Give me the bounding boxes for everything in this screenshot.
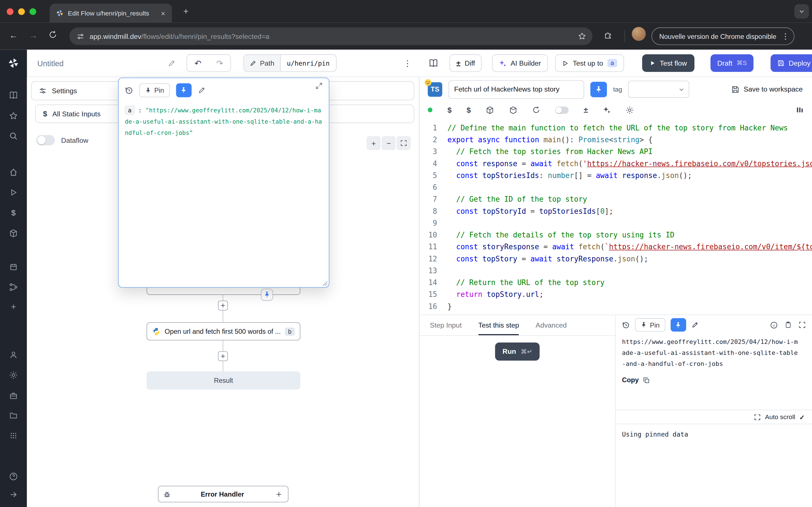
redo-button[interactable]: ↷ (209, 58, 231, 68)
edit-pin-pencil-icon[interactable] (198, 87, 206, 94)
run-button[interactable]: Run ⌘↵ (495, 342, 540, 360)
clipboard-icon[interactable] (784, 321, 792, 329)
test-up-to-button[interactable]: Test up to a (555, 54, 624, 72)
edit-pin-pencil-icon[interactable] (691, 321, 699, 329)
home-icon[interactable] (9, 168, 18, 177)
bookmark-star-icon[interactable] (578, 32, 586, 40)
package-icon[interactable] (486, 106, 494, 114)
close-window-button[interactable] (7, 8, 13, 15)
more-options-kebab[interactable]: ⋮ (402, 54, 413, 72)
ai-sparkles-icon[interactable] (603, 106, 611, 114)
profile-avatar[interactable] (632, 27, 646, 41)
folders-icon[interactable] (9, 411, 17, 419)
add-variable-icon[interactable]: $ (448, 106, 452, 114)
url-bar[interactable]: app.windmill.dev/flows/edit/u/henri/pin_… (69, 27, 592, 45)
code-editor[interactable]: 12345678910111213141516 // Define the ma… (419, 119, 812, 315)
auto-scroll-row[interactable]: Auto scroll ✓ (616, 410, 812, 424)
insert-step-button[interactable] (218, 351, 228, 361)
deploy-button[interactable]: Deploy (770, 54, 812, 72)
pin-button[interactable]: Pin (635, 318, 665, 332)
browser-menu-icon[interactable]: ⋮ (781, 32, 790, 41)
runs-icon[interactable] (9, 188, 17, 196)
flow-node-b[interactable]: Open url and fetch first 500 words of ..… (147, 322, 301, 340)
editor-settings-gear-icon[interactable] (626, 106, 634, 114)
reload-icon[interactable] (532, 106, 540, 114)
windmill-logo[interactable] (8, 57, 19, 69)
tag-select[interactable] (628, 81, 690, 98)
zoom-out-button[interactable]: − (382, 136, 396, 150)
error-handler-node[interactable]: Error Handler (158, 486, 289, 503)
path-button[interactable]: Path (244, 55, 281, 71)
forward-button[interactable]: → (27, 31, 40, 41)
tab-test-this-step[interactable]: Test this step (478, 315, 519, 335)
add-error-handler-button[interactable] (274, 490, 283, 499)
path-value[interactable]: u/henri/pin (281, 55, 336, 71)
step-summary-input[interactable] (449, 80, 584, 99)
result-value[interactable]: https://www.geoffreylitt.com/2025/04/12/… (622, 337, 798, 370)
settings-gear-icon[interactable] (9, 371, 18, 379)
workers-icon[interactable] (9, 392, 17, 400)
node-a-pin-badge[interactable] (261, 289, 273, 300)
insert-step-button[interactable] (218, 300, 228, 311)
draft-button[interactable]: Draft ⌘S (711, 54, 754, 72)
url-path: /flows/edit/u/henri/pin_results?selected… (141, 33, 269, 40)
fullscreen-icon[interactable] (799, 321, 806, 329)
edit-title-pencil-icon[interactable] (168, 54, 175, 72)
zoom-in-button[interactable]: + (366, 136, 380, 150)
expand-popup-icon[interactable] (315, 82, 323, 90)
docs-book-button[interactable] (423, 54, 443, 72)
zoom-window-button[interactable] (30, 8, 36, 15)
browser-tab[interactable]: Edit Flow u/henri/pin_results × (50, 4, 172, 23)
test-flow-button[interactable]: Test flow (642, 54, 695, 72)
flow-title[interactable]: Untitled (37, 50, 63, 77)
site-settings-icon[interactable] (77, 33, 85, 40)
dataflow-toggle[interactable] (36, 135, 55, 145)
new-tab-button[interactable]: + (179, 5, 193, 19)
reload-button[interactable] (47, 31, 59, 39)
help-icon[interactable] (9, 472, 18, 481)
info-icon[interactable] (770, 321, 778, 329)
run-shortcut: ⌘↵ (521, 348, 532, 355)
tab-close-icon[interactable]: × (158, 8, 168, 18)
diff-mode-icon[interactable]: ± (583, 106, 588, 114)
tab-step-input[interactable]: Step Input (430, 315, 462, 335)
fit-view-button[interactable] (397, 136, 411, 150)
ai-builder-label: AI Builder (511, 59, 541, 67)
search-icon[interactable] (9, 131, 18, 140)
pinned-toggle-button[interactable] (176, 83, 192, 98)
resize-grip[interactable] (322, 281, 327, 286)
schedules-icon[interactable] (9, 263, 17, 271)
history-icon[interactable] (125, 86, 133, 94)
minimize-window-button[interactable] (18, 8, 25, 15)
resources-icon[interactable] (9, 229, 18, 238)
dependencies-icon[interactable] (509, 106, 517, 114)
undo-button[interactable]: ↶ (187, 58, 209, 68)
copy-button[interactable]: Copy (622, 376, 806, 384)
extensions-button[interactable] (602, 31, 614, 39)
chrome-update-button[interactable]: Nouvelle version de Chrome disponible ⋮ (652, 27, 795, 45)
user-icon[interactable] (9, 351, 17, 359)
result-header: Pin (616, 315, 812, 335)
ai-builder-button[interactable]: AI Builder (492, 54, 548, 72)
add-resource-icon[interactable]: $ (467, 106, 471, 114)
library-panel-icon[interactable] (796, 106, 804, 114)
expand-sidebar-icon[interactable] (9, 490, 17, 499)
pinned-toggle-button[interactable] (591, 81, 607, 97)
pin-button[interactable]: Pin (139, 83, 170, 98)
flows-icon[interactable] (9, 283, 18, 291)
tab-search-button[interactable] (795, 4, 809, 18)
pinned-toggle-button[interactable] (670, 318, 686, 332)
editor-mini-toggle[interactable] (555, 106, 569, 114)
save-to-workspace-button[interactable]: Save to workspace (731, 85, 803, 93)
result-node[interactable]: Result (147, 372, 301, 390)
pencil-icon (250, 60, 256, 66)
history-icon[interactable] (622, 321, 630, 329)
back-button[interactable]: ← (7, 31, 20, 41)
add-icon[interactable]: + (11, 302, 16, 313)
variables-icon[interactable]: $ (11, 208, 15, 217)
apps-grid-icon[interactable] (10, 432, 17, 440)
diff-button[interactable]: ± Diff (449, 54, 481, 72)
favorites-star-icon[interactable] (9, 112, 18, 120)
tab-advanced[interactable]: Advanced (536, 315, 567, 335)
docs-icon[interactable] (9, 91, 18, 100)
